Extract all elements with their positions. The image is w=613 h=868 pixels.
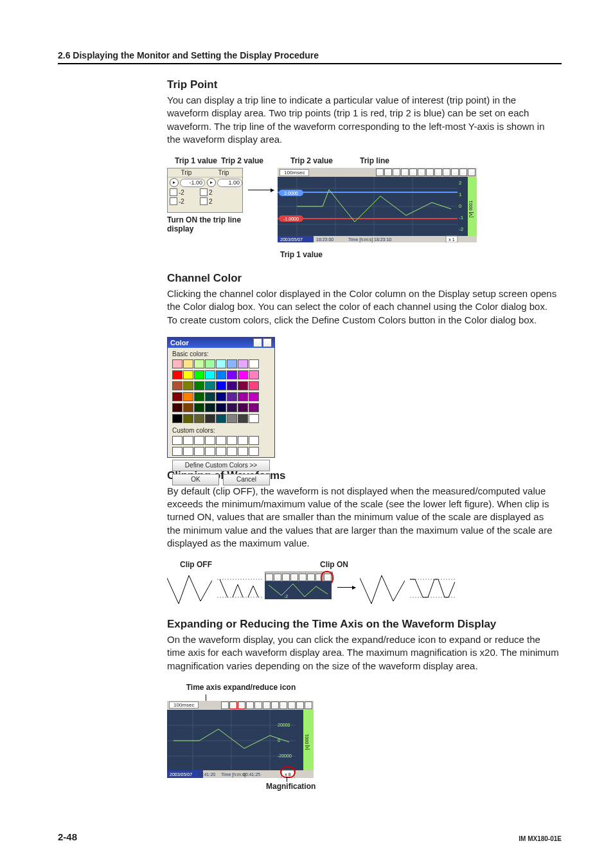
color-swatch[interactable] [172,403,182,412]
t-zoom-in-icon[interactable] [229,701,237,709]
color-swatch[interactable] [227,370,237,379]
split-icon[interactable] [418,168,425,176]
t-scale-icon[interactable] [280,701,287,709]
t-overview-icon[interactable] [305,701,312,709]
color-swatch[interactable] [194,381,204,390]
color-swatch[interactable] [172,392,182,401]
custom-swatch[interactable] [249,436,259,445]
custom-swatch[interactable] [194,436,204,445]
color-swatch[interactable] [249,392,259,401]
color-swatch[interactable] [183,392,193,401]
help-icon[interactable] [253,338,262,347]
color-swatch[interactable] [194,403,204,412]
color-swatch[interactable] [194,370,204,379]
zoom-out-icon[interactable] [401,168,409,176]
custom-swatch[interactable] [216,436,226,445]
color-swatch[interactable] [249,403,259,412]
t-ylabel-icon[interactable] [296,701,304,709]
t-clip-icon[interactable] [288,701,296,709]
color-swatch[interactable] [172,414,182,423]
tb-ic-3[interactable] [282,574,290,581]
color-swatch[interactable] [172,359,182,368]
cursor-icon[interactable] [434,168,442,176]
clip-icon[interactable] [451,168,459,176]
color-swatch[interactable] [238,359,248,368]
color-swatch[interactable] [216,359,226,368]
color-swatch[interactable] [249,359,259,368]
t-trip-icon[interactable] [263,701,271,709]
custom-swatch[interactable] [238,447,248,456]
tb-ic-6[interactable] [307,574,315,581]
color-swatch[interactable] [249,381,259,390]
color-swatch[interactable] [172,370,182,379]
t-pause-icon[interactable] [221,701,229,709]
color-swatch[interactable] [238,392,248,401]
color-swatch[interactable] [249,370,259,379]
color-swatch[interactable] [194,392,204,401]
trip1-check-a[interactable] [170,188,177,196]
color-swatch[interactable] [227,403,237,412]
trip2-value[interactable]: 1.00 [217,179,242,187]
zoom-reset-icon[interactable] [384,168,392,176]
ylabel-icon[interactable] [459,168,467,176]
custom-swatch[interactable] [172,447,182,456]
color-swatch[interactable] [205,370,215,379]
color-swatch[interactable] [227,381,237,390]
close-icon[interactable] [263,338,272,347]
custom-swatch[interactable] [216,447,226,456]
define-custom-button[interactable]: Define Custom Colors >> [172,460,270,471]
trip1-check-b[interactable] [170,197,177,205]
custom-swatch[interactable] [172,436,182,445]
color-swatch[interactable] [238,403,248,412]
t-grid-icon[interactable] [246,701,254,709]
custom-swatch[interactable] [227,436,237,445]
color-swatch[interactable] [172,381,182,390]
color-swatch[interactable] [205,414,215,423]
color-swatch[interactable] [183,359,193,368]
color-swatch[interactable] [183,381,193,390]
color-swatch[interactable] [216,414,226,423]
color-swatch[interactable] [238,381,248,390]
color-swatch[interactable] [205,392,215,401]
color-swatch[interactable] [227,414,237,423]
color-swatch[interactable] [216,370,226,379]
trip1-value[interactable]: -1.00 [180,179,205,187]
color-swatch[interactable] [227,392,237,401]
color-swatch[interactable] [238,370,248,379]
custom-swatch[interactable] [205,447,215,456]
trip-icon[interactable] [426,168,434,176]
t-cursor-icon[interactable] [271,701,279,709]
scale-icon[interactable] [443,168,450,176]
color-swatch[interactable] [249,414,259,423]
cancel-button[interactable]: Cancel [223,474,270,485]
custom-swatch[interactable] [194,447,204,456]
trip1-toggle-icon[interactable]: ▸ [170,178,179,187]
color-swatch[interactable] [205,381,215,390]
tb-ic-4[interactable] [290,574,298,581]
color-swatch[interactable] [216,403,226,412]
color-swatch[interactable] [238,414,248,423]
overview-icon[interactable] [468,168,475,176]
color-swatch[interactable] [227,359,237,368]
color-swatch[interactable] [216,392,226,401]
tb-ic-5[interactable] [299,574,306,581]
trip2-toggle-icon[interactable]: ▸ [207,178,216,187]
custom-swatch[interactable] [183,436,193,445]
custom-swatch[interactable] [238,436,248,445]
t-split-icon[interactable] [254,701,262,709]
color-swatch[interactable] [205,359,215,368]
zoom-in-icon[interactable] [393,168,400,176]
trip2-check-a[interactable] [200,188,208,196]
tb-ic-1[interactable] [265,574,273,581]
color-swatch[interactable] [183,414,193,423]
color-swatch[interactable] [183,370,193,379]
trip2-check-b[interactable] [200,197,208,205]
color-swatch[interactable] [216,381,226,390]
color-swatch[interactable] [183,403,193,412]
tb-ic-2[interactable] [274,574,281,581]
pause-icon[interactable] [376,168,384,176]
color-swatch[interactable] [194,414,204,423]
custom-swatch[interactable] [249,447,259,456]
grid-icon[interactable] [409,168,417,176]
t-zoom-out-icon[interactable] [238,701,245,709]
